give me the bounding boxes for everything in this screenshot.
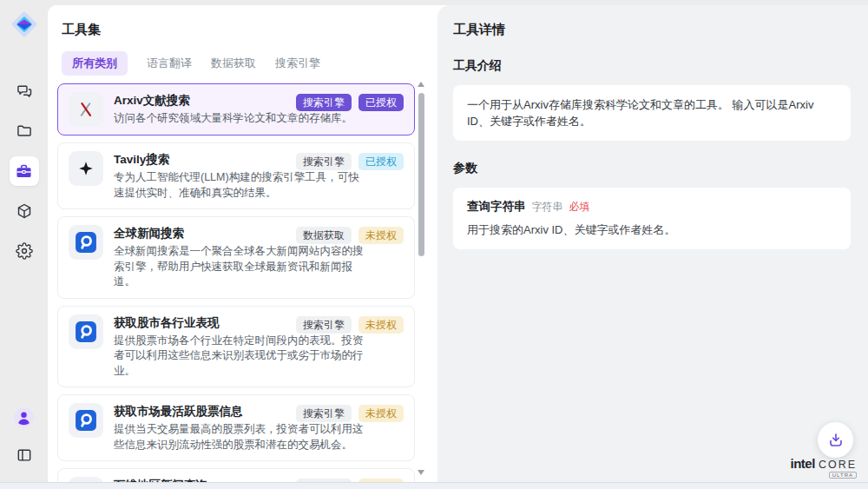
- auth-status-badge: 未授权: [358, 316, 404, 334]
- category-tabs: 所有类别语言翻译数据获取搜索引擎: [62, 51, 437, 76]
- tool-card[interactable]: 获取股市各行业表现提供股票市场各个行业在特定时间段内的表现。投资者可以利用这些信…: [57, 306, 415, 388]
- tool-badges: 搜索引擎已授权: [296, 94, 404, 111]
- tool-desc: 提供当天交易量最高的股票列表，投资者可以利用这些信息来识别流动性强的股票和潜在的…: [114, 422, 367, 453]
- main-area: 工具集 所有类别语言翻译数据获取搜索引擎 Arxiv文献搜索访问各个研究领域大量…: [48, 5, 868, 482]
- search-q-icon: [69, 403, 103, 438]
- download-button[interactable]: [818, 422, 853, 458]
- sidebar: [0, 0, 48, 482]
- folder-icon: [16, 122, 33, 140]
- search-q-icon: [69, 225, 103, 260]
- tab-category-3[interactable]: 搜索引擎: [275, 51, 320, 76]
- user-avatar-icon: [13, 406, 35, 428]
- param-desc: 用于搜索的Arxiv ID、关键字或作者姓名。: [467, 222, 837, 238]
- tab-category-2[interactable]: 数据获取: [211, 51, 256, 76]
- sidebar-item-toolbox[interactable]: [10, 156, 39, 186]
- category-badge: 搜索引擎: [296, 316, 352, 334]
- sidebar-nav: [0, 76, 48, 266]
- tool-card[interactable]: 获取市场最活跃股票信息提供当天交易量最高的股票列表，投资者可以利用这些信息来识别…: [57, 394, 415, 461]
- toolbox-icon: [15, 162, 33, 181]
- param-card: 查询字符串 字符串 必填 用于搜索的Arxiv ID、关键字或作者姓名。: [453, 188, 851, 249]
- auth-status-badge: 已授权: [358, 94, 404, 111]
- sidebar-item-toggle-layout[interactable]: [10, 440, 39, 470]
- intro-heading: 工具介绍: [453, 58, 851, 74]
- auth-status-badge: 已授权: [358, 153, 404, 170]
- tool-detail-panel: 工具详情 工具介绍 一个用于从Arxiv存储库搜索科学论文和文章的工具。 输入可…: [437, 5, 868, 482]
- sidebar-item-files[interactable]: [10, 116, 39, 146]
- tool-list: Arxiv文献搜索访问各个研究领域大量科学论文和文章的存储库。搜索引擎已授权Ta…: [57, 83, 415, 482]
- download-icon: [826, 431, 845, 450]
- tool-desc: 专为人工智能代理(LLM)构建的搜索引擎工具，可快速提供实时、准确和真实的结果。: [114, 170, 367, 201]
- chat-icon: [16, 83, 33, 100]
- toolset-title: 工具集: [62, 22, 437, 38]
- category-badge: 搜索引擎: [296, 94, 352, 111]
- tool-card[interactable]: 万维地区新闻查询查询具体行政区划内的新闻，快速了解各地新闻动搜索引擎未授权: [57, 468, 415, 482]
- tool-badges: 搜索引擎已授权: [296, 153, 404, 170]
- gear-icon: [16, 242, 33, 260]
- search-q-icon: [69, 314, 103, 349]
- app-window: 工具集 所有类别语言翻译数据获取搜索引擎 Arxiv文献搜索访问各个研究领域大量…: [0, 0, 868, 489]
- layout-toggle-icon: [16, 446, 33, 464]
- sidebar-bottom: [0, 402, 48, 470]
- tab-category-0[interactable]: 所有类别: [62, 51, 128, 76]
- tab-category-1[interactable]: 语言翻译: [147, 51, 192, 76]
- intel-brand-text: intel: [791, 456, 815, 471]
- tool-card[interactable]: Arxiv文献搜索访问各个研究领域大量科学论文和文章的存储库。搜索引擎已授权: [57, 83, 415, 135]
- tool-badges: 搜索引擎未授权: [296, 316, 404, 334]
- tool-desc: 提供股票市场各个行业在特定时间段内的表现。投资者可以利用这些信息来识别表现优于或…: [114, 334, 367, 380]
- toolset-panel: 工具集 所有类别语言翻译数据获取搜索引擎 Arxiv文献搜索访问各个研究领域大量…: [48, 5, 437, 482]
- tool-card[interactable]: 全球新闻搜索全球新闻搜索是一个聚合全球各大新闻网站内容的搜索引擎，帮助用户快速获…: [57, 216, 415, 299]
- tool-badges: 搜索引擎未授权: [296, 405, 404, 422]
- sidebar-item-settings[interactable]: [10, 236, 39, 266]
- param-name: 查询字符串: [467, 199, 526, 215]
- intro-text: 一个用于从Arxiv存储库搜索科学论文和文章的工具。 输入可以是Arxiv ID…: [467, 96, 837, 129]
- category-badge: 数据获取: [296, 227, 352, 244]
- params-heading: 参数: [453, 161, 851, 176]
- ultra-badge: ultra: [829, 472, 857, 479]
- intro-card: 一个用于从Arxiv存储库搜索科学论文和文章的工具。 输入可以是Arxiv ID…: [453, 85, 851, 141]
- tool-desc: 访问各个研究领域大量科学论文和文章的存储库。: [114, 111, 367, 127]
- detail-title: 工具详情: [453, 22, 851, 38]
- cube-icon: [16, 202, 33, 220]
- auth-status-badge: 未授权: [358, 405, 404, 422]
- sidebar-item-user[interactable]: [10, 402, 39, 432]
- list-scrollbar: [418, 82, 424, 475]
- sidebar-item-chat[interactable]: [10, 76, 39, 106]
- core-brand-text: core: [819, 459, 857, 471]
- arxiv-icon: [69, 92, 103, 127]
- tool-desc: 全球新闻搜索是一个聚合全球各大新闻网站内容的搜索引擎，帮助用户快速获取全球最新资…: [114, 244, 367, 290]
- param-type: 字符串: [532, 200, 563, 215]
- auth-status-badge: 未授权: [358, 227, 404, 244]
- tool-badges: 数据获取未授权: [296, 227, 404, 244]
- tavily-icon: [69, 151, 103, 186]
- sidebar-item-models[interactable]: [10, 196, 39, 226]
- intel-core-ultra-logo: intel core ultra: [791, 456, 857, 479]
- scrollbar-thumb[interactable]: [418, 93, 424, 256]
- tool-card[interactable]: Tavily搜索专为人工智能代理(LLM)构建的搜索引擎工具，可快速提供实时、准…: [57, 142, 415, 209]
- window-bottom-edge: [0, 482, 868, 489]
- scroll-down-arrow-icon[interactable]: [418, 470, 424, 475]
- app-logo gem-logo-icon[interactable]: [7, 7, 42, 42]
- category-badge: 搜索引擎: [296, 405, 352, 422]
- param-required-badge: 必填: [569, 200, 590, 215]
- category-badge: 搜索引擎: [296, 153, 352, 170]
- scroll-up-arrow-icon[interactable]: [418, 82, 424, 87]
